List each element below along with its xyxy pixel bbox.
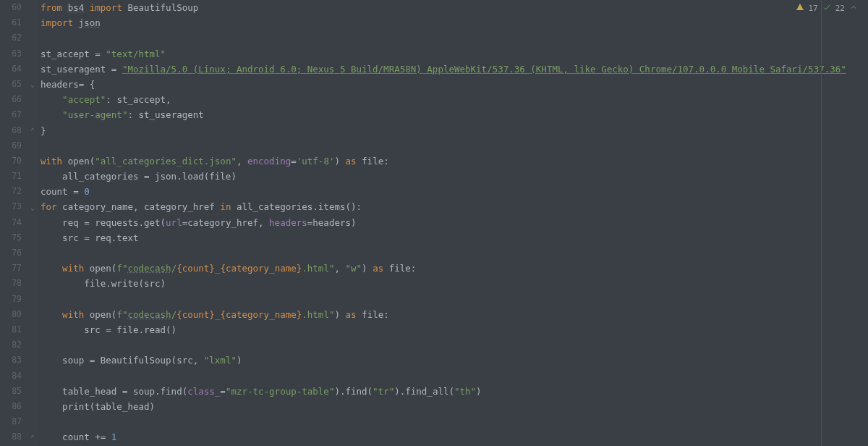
code-line[interactable]: import json: [41, 15, 868, 30]
line-number: 86: [0, 399, 22, 414]
fold-toggle-icon[interactable]: ⌃: [27, 123, 38, 138]
code-line[interactable]: headers= {: [41, 77, 868, 92]
line-number: 68: [0, 123, 22, 138]
inspection-status[interactable]: 17 22: [796, 3, 859, 14]
line-number: 72: [0, 184, 22, 199]
code-line[interactable]: "user-agent": st_useragent: [41, 107, 868, 122]
code-line[interactable]: src = file.read(): [41, 322, 868, 337]
code-line[interactable]: from bs4 import BeautifulSoup: [41, 0, 868, 15]
line-number: 67: [0, 107, 22, 122]
code-line[interactable]: count = 0: [41, 184, 868, 199]
chevron-up-icon[interactable]: [849, 3, 858, 14]
line-number: 74: [0, 215, 22, 230]
line-number: 76: [0, 245, 22, 261]
code-line[interactable]: [41, 414, 868, 429]
line-number: 80: [0, 307, 22, 322]
line-number: 88: [0, 429, 22, 445]
line-number: 83: [0, 353, 22, 368]
warning-count: 17: [809, 4, 818, 13]
line-number: 73: [0, 199, 22, 214]
code-line[interactable]: [41, 245, 868, 261]
line-number: 65: [0, 77, 22, 92]
fold-toggle-icon[interactable]: ⌄: [27, 200, 38, 215]
line-number: 78: [0, 276, 22, 291]
line-number: 77: [0, 261, 22, 276]
code-line[interactable]: st_accept = "text/html": [41, 46, 868, 62]
code-line[interactable]: [41, 30, 868, 46]
line-number: 79: [0, 292, 22, 307]
line-number: 62: [0, 30, 22, 46]
line-number: 87: [0, 414, 22, 429]
line-number: 60: [0, 0, 22, 15]
line-number: 75: [0, 230, 22, 245]
line-number: 61: [0, 15, 22, 30]
fold-glyph-margin[interactable]: ⌄⌃⌄⌃: [27, 0, 38, 446]
code-line[interactable]: print(table_head): [41, 399, 868, 414]
code-line[interactable]: soup = BeautifulSoup(src, "lxml"): [41, 353, 868, 368]
code-line[interactable]: }: [41, 123, 868, 138]
line-number: 82: [0, 337, 22, 353]
warning-icon: [796, 3, 804, 14]
code-line[interactable]: with open(f"codecash/{count}_{category_n…: [41, 307, 868, 322]
code-line[interactable]: [41, 337, 868, 353]
code-line[interactable]: [41, 138, 868, 153]
line-number: 64: [0, 62, 22, 77]
code-line[interactable]: src = req.text: [41, 230, 868, 245]
code-line[interactable]: file.write(src): [41, 276, 868, 291]
code-line[interactable]: with open("all_categories_dict.json", en…: [41, 153, 868, 169]
line-number-gutter: 6061626364656667686970717273747576777879…: [0, 0, 27, 446]
pass-icon: [822, 3, 831, 14]
code-line[interactable]: table_head = soup.find(class_="mzr-tc-gr…: [41, 384, 868, 399]
code-line[interactable]: [41, 369, 868, 384]
line-number: 63: [0, 46, 22, 62]
fold-toggle-icon[interactable]: ⌄: [27, 77, 38, 92]
line-number: 69: [0, 138, 22, 153]
code-line[interactable]: req = requests.get(url=category_href, he…: [41, 215, 868, 230]
code-area[interactable]: 17 22 from bs4 import BeautifulSoup impo…: [38, 0, 868, 446]
code-line[interactable]: count += 1: [41, 429, 868, 445]
code-line[interactable]: all_categories = json.load(file): [41, 169, 868, 184]
code-line[interactable]: for category_name, category_href in all_…: [41, 199, 868, 214]
line-number: 70: [0, 153, 22, 169]
code-line[interactable]: st_useragent = "Mozilla/5.0 (Linux; Andr…: [41, 62, 868, 77]
line-number: 81: [0, 322, 22, 337]
code-line[interactable]: "accept": st_accept,: [41, 92, 868, 107]
fold-toggle-icon[interactable]: ⌃: [27, 430, 38, 445]
code-line[interactable]: [41, 292, 868, 307]
line-number: 84: [0, 369, 22, 384]
code-editor[interactable]: 6061626364656667686970717273747576777879…: [0, 0, 868, 446]
line-number: 85: [0, 384, 22, 399]
pass-count: 22: [835, 4, 845, 13]
line-number: 71: [0, 169, 22, 184]
code-line[interactable]: with open(f"codecash/{count}_{category_n…: [41, 261, 868, 276]
line-number: 66: [0, 92, 22, 107]
